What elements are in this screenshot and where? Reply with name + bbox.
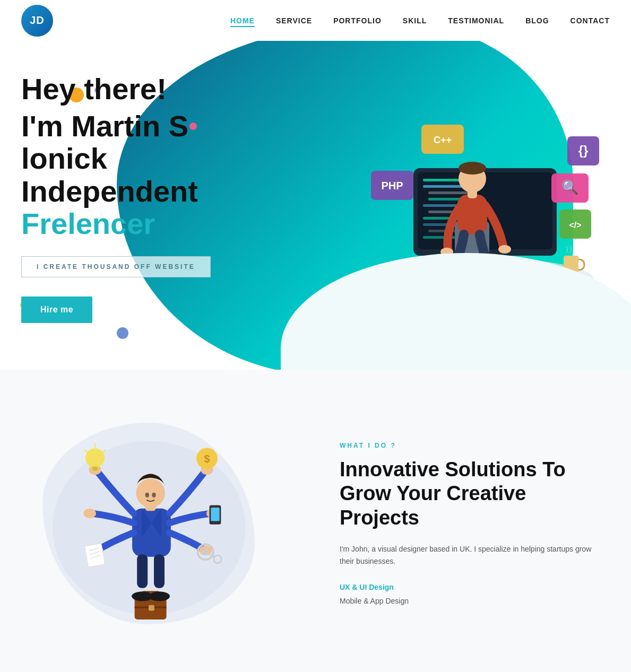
svg-point-60 <box>145 493 149 498</box>
hero-title-start: Independent <box>21 174 198 208</box>
hero-section: Hey there! I'm Martin Slonick Independen… <box>0 41 631 370</box>
hire-me-button[interactable]: Hire me <box>21 296 92 323</box>
skill-secondary: Mobile & App Design <box>340 597 599 605</box>
svg-rect-84 <box>149 605 154 611</box>
svg-line-70 <box>84 449 88 453</box>
hero-title-highlight: Frelencer <box>21 207 155 240</box>
multi-arm-svg: $ <box>32 412 276 624</box>
skill-link-ux[interactable]: UX & UI Design <box>340 583 599 591</box>
svg-point-39 <box>459 162 486 174</box>
nav-item-home[interactable]: HOME <box>230 16 255 25</box>
hero-greeting: Hey there! <box>21 73 255 106</box>
about-content: WHAT I DO ? Innovative Solutions To Grow… <box>318 442 599 605</box>
nav-link-service[interactable]: SERVICE <box>276 16 312 25</box>
nav-links: HOME SERVICE PORTFOLIO SKILL TESTIMONIAL… <box>230 16 610 25</box>
svg-rect-36 <box>457 195 487 234</box>
svg-rect-86 <box>154 554 165 588</box>
nav-item-service[interactable]: SERVICE <box>276 16 312 25</box>
svg-rect-55 <box>132 509 171 557</box>
about-section: $ WHAT I D <box>0 370 631 672</box>
svg-rect-69 <box>93 467 98 470</box>
svg-text:PHP: PHP <box>381 180 403 191</box>
logo[interactable]: JD <box>21 5 53 37</box>
svg-point-68 <box>85 448 105 467</box>
svg-rect-76 <box>211 508 219 521</box>
hero-title: Independent Frelencer <box>21 175 255 240</box>
svg-text:$: $ <box>204 453 210 465</box>
svg-rect-77 <box>84 543 105 567</box>
hero-name: I'm Martin Slonick <box>21 110 255 175</box>
nav-item-testimonial[interactable]: TESTIMONIAL <box>448 16 504 25</box>
hero-content: Hey there! I'm Martin Slonick Independen… <box>0 41 276 344</box>
svg-point-59 <box>136 478 165 508</box>
what-i-do-label: WHAT I DO ? <box>340 442 599 449</box>
nav-item-contact[interactable]: CONTACT <box>571 16 610 25</box>
svg-text:C++: C++ <box>434 135 452 145</box>
hero-badge: I CREATE THOUSAND OFF WEBSITE <box>21 256 211 277</box>
svg-point-90 <box>202 548 209 555</box>
svg-point-61 <box>152 493 155 498</box>
nav-item-portfolio[interactable]: PORTFOLIO <box>333 16 382 25</box>
nav-link-home[interactable]: HOME <box>230 16 255 27</box>
svg-rect-85 <box>137 554 148 588</box>
hero-name-text: I'm Martin S <box>21 109 188 143</box>
svg-text:🔍: 🔍 <box>561 179 579 196</box>
svg-text:{}: {} <box>578 143 589 158</box>
nav-item-blog[interactable]: BLOG <box>525 16 549 25</box>
hero-name-text2: lonick <box>21 142 107 175</box>
navbar: JD HOME SERVICE PORTFOLIO SKILL TESTIMON… <box>0 0 631 41</box>
nav-link-portfolio[interactable]: PORTFOLIO <box>333 16 382 25</box>
svg-text:</>: </> <box>569 221 581 230</box>
nav-link-testimonial[interactable]: TESTIMONIAL <box>448 16 504 25</box>
nav-link-skill[interactable]: SKILL <box>403 16 427 25</box>
about-heading: Innovative Solutions To Grow Your Creati… <box>340 458 599 530</box>
nav-item-skill[interactable]: SKILL <box>403 16 427 25</box>
about-description: I'm John, a visual designer based in UK.… <box>340 543 599 569</box>
nav-link-contact[interactable]: CONTACT <box>571 16 610 25</box>
about-illustration: $ <box>32 412 287 635</box>
highlight-dot <box>189 123 197 130</box>
nav-link-blog[interactable]: BLOG <box>525 16 549 25</box>
svg-point-63 <box>83 509 96 518</box>
svg-point-88 <box>149 591 170 601</box>
svg-point-41 <box>498 245 511 254</box>
logo-initials: JD <box>30 14 45 27</box>
